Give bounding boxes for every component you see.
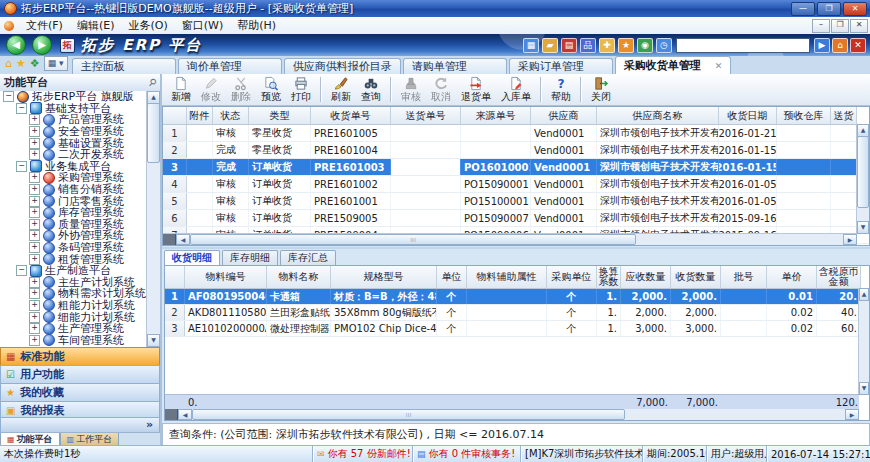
master-hscrollbar[interactable]: ◀ ⁞⁞⁞ ▶ xyxy=(163,233,857,245)
tree-expand-icon[interactable]: − xyxy=(3,91,14,102)
nav-tab-0[interactable]: 主控面板 xyxy=(72,58,176,74)
toolbar-refresh-button[interactable]: 刷新 xyxy=(326,75,356,104)
toolbar-print-button[interactable]: 打印 xyxy=(286,75,316,104)
detail-vscrollbar[interactable]: ▲ ▼ xyxy=(858,288,869,395)
toolbar-return-button[interactable]: 退货单 xyxy=(456,75,496,104)
pin-icon[interactable]: ⚲ xyxy=(146,76,159,89)
detail-hscrollbar[interactable]: ◀ ⁞⁞⁞ ▶ xyxy=(165,408,859,420)
nav-tab-5[interactable]: 采购收货单管理✕ xyxy=(615,56,732,74)
nav-tab-3[interactable]: 请购单管理 xyxy=(403,58,507,74)
tree-expand-icon[interactable]: + xyxy=(29,196,40,207)
back-icon[interactable]: ◀ xyxy=(6,35,26,55)
mdi-close-icon[interactable]: ✕ xyxy=(850,19,868,33)
tree-expand-icon[interactable]: + xyxy=(29,149,40,160)
column-header[interactable]: 物料名称 xyxy=(267,266,331,288)
menu-item-2[interactable]: 业务(O) xyxy=(121,18,174,33)
toolbar-help-button[interactable]: ?帮助 xyxy=(546,75,576,104)
org-chart-icon[interactable]: 品 xyxy=(580,38,596,53)
scroll-right-icon[interactable]: ▶ xyxy=(845,409,859,420)
nav-tab-2[interactable]: 供应商供料报价目录 xyxy=(284,58,401,74)
column-header[interactable]: 收货单号 xyxy=(311,107,391,124)
master-hscroll-thumb[interactable]: ⁞⁞⁞ xyxy=(190,234,636,245)
menu-item-3[interactable]: 窗口(W) xyxy=(175,18,230,33)
nav-tab-1[interactable]: 询价单管理 xyxy=(178,58,282,74)
tree-expand-icon[interactable]: + xyxy=(29,126,40,137)
explorer-icon[interactable]: ◉ xyxy=(637,38,653,53)
column-header[interactable]: 预收仓库 xyxy=(777,107,831,124)
exit-icon[interactable]: ✕ xyxy=(850,38,866,53)
forward-icon[interactable]: ▶ xyxy=(32,35,52,55)
home-icon[interactable]: ⌂ xyxy=(832,38,848,53)
table-row[interactable]: 3完成订单收货PRE1601003PO16010001Vend0001深圳市领创… xyxy=(163,159,869,176)
tree-expand-icon[interactable]: + xyxy=(29,335,40,346)
detail-tab-2[interactable]: 库存汇总 xyxy=(280,250,336,265)
column-header[interactable]: 收货日期 xyxy=(719,107,777,124)
tree-expand-icon[interactable]: + xyxy=(29,277,40,288)
column-header[interactable]: 应收数量 xyxy=(621,266,671,288)
toolbar-close-button[interactable]: 关闭 xyxy=(586,75,616,104)
scroll-down-icon[interactable]: ▼ xyxy=(147,334,160,347)
book-icon[interactable]: ▤ xyxy=(561,38,577,53)
tree-expand-icon[interactable]: + xyxy=(29,138,40,149)
column-header[interactable]: 来源单号 xyxy=(461,107,531,124)
folder-icon[interactable]: ▰ xyxy=(542,38,558,53)
tree-scrollbar[interactable]: ▲ ▼ xyxy=(146,91,160,347)
toolbar-inbound-button[interactable]: 入库单 xyxy=(496,75,536,104)
window-icon[interactable]: ▦ xyxy=(523,38,539,53)
scroll-down-icon[interactable]: ▼ xyxy=(857,221,869,234)
mdi-restore-icon[interactable]: ❐ xyxy=(831,19,849,33)
sidebar-more-chevron[interactable]: » xyxy=(0,417,160,433)
tree-expand-icon[interactable]: + xyxy=(29,254,40,265)
toolbar-preview-button[interactable]: 预览 xyxy=(256,75,286,104)
table-row[interactable]: 1审核零星收货PRE1601005Vend0001深圳市领创电子技术开发有限公司… xyxy=(163,125,869,142)
column-header[interactable]: 送货单号 xyxy=(391,107,461,124)
clock-icon[interactable]: ◷ xyxy=(656,38,672,53)
tree-expand-icon[interactable]: − xyxy=(16,103,27,114)
column-header[interactable]: 单位 xyxy=(437,266,467,288)
splitter[interactable] xyxy=(162,247,870,249)
sidebar-panel-2[interactable]: ★我的收藏 xyxy=(0,383,160,401)
nav-tab-4[interactable]: 采购订单管理 xyxy=(509,58,613,74)
column-header[interactable]: 类型 xyxy=(249,107,311,124)
tree-expand-icon[interactable]: + xyxy=(29,207,40,218)
play-icon[interactable]: ▶ xyxy=(814,38,830,53)
detail-tab-0[interactable]: 收货明细 xyxy=(164,250,220,265)
table-row[interactable]: 6审核订单收货PRE1509005PO15090007Vend0001深圳市领创… xyxy=(163,210,869,227)
status-mail[interactable]: ✉ 你有 57 份新邮件! xyxy=(312,446,412,462)
toolbar-search-button[interactable]: 查询 xyxy=(356,75,386,104)
tree-expand-icon[interactable]: + xyxy=(29,172,40,183)
maximize-icon[interactable]: ❐ xyxy=(817,2,841,16)
column-header[interactable]: 含税原币金额 xyxy=(817,266,861,288)
banner-search-input[interactable] xyxy=(676,38,810,53)
sidebar-panel-1[interactable]: ☑用户功能 xyxy=(0,365,160,383)
column-header[interactable]: 供应商 xyxy=(531,107,597,124)
toolbar-new-button[interactable]: 新增 xyxy=(166,75,196,104)
column-header[interactable]: 物料编号 xyxy=(185,266,267,288)
scroll-left-icon[interactable]: ◀ xyxy=(178,409,192,420)
table-row[interactable]: 2完成零星收货PRE1601004Vend0001深圳市领创电子技术开发有限公司… xyxy=(163,142,869,159)
minimize-icon[interactable]: — xyxy=(791,2,815,16)
column-header[interactable]: 采购单位 xyxy=(547,266,597,288)
column-header[interactable]: 规格型号 xyxy=(331,266,437,288)
scroll-down-icon[interactable]: ▼ xyxy=(859,382,869,395)
column-header[interactable]: 收货数量 xyxy=(671,266,721,288)
sidebar-panel-0[interactable]: ▦标准功能 xyxy=(0,347,160,365)
column-header[interactable]: 送货 xyxy=(831,107,857,124)
master-scroll-thumb[interactable] xyxy=(857,136,869,208)
menu-item-1[interactable]: 编辑(E) xyxy=(70,18,122,33)
tree-item-21[interactable]: +车间管理系统 xyxy=(0,334,146,346)
detail-tab-1[interactable]: 库存明细 xyxy=(222,250,278,265)
gem-icon[interactable]: ❖ xyxy=(30,58,40,70)
tree-expand-icon[interactable]: + xyxy=(29,323,40,334)
scroll-left-icon[interactable]: ◀ xyxy=(176,234,190,245)
tree-expand-icon[interactable]: + xyxy=(29,184,40,195)
column-header[interactable]: 批号 xyxy=(721,266,767,288)
new-folder-icon[interactable]: ✚ xyxy=(599,38,615,53)
tree-scroll-thumb[interactable] xyxy=(147,103,160,163)
master-vscrollbar[interactable]: ▲ ▼ xyxy=(856,124,869,234)
tree-expand-icon[interactable]: + xyxy=(29,288,40,299)
mdi-minimize-icon[interactable]: – xyxy=(812,19,830,33)
menu-item-0[interactable]: 文件(F) xyxy=(19,18,70,33)
scroll-up-icon[interactable]: ▲ xyxy=(859,288,869,301)
detail-row[interactable]: 1AF0801950040010卡通箱材质：B=B，外径：485X455X个个1… xyxy=(165,289,869,305)
